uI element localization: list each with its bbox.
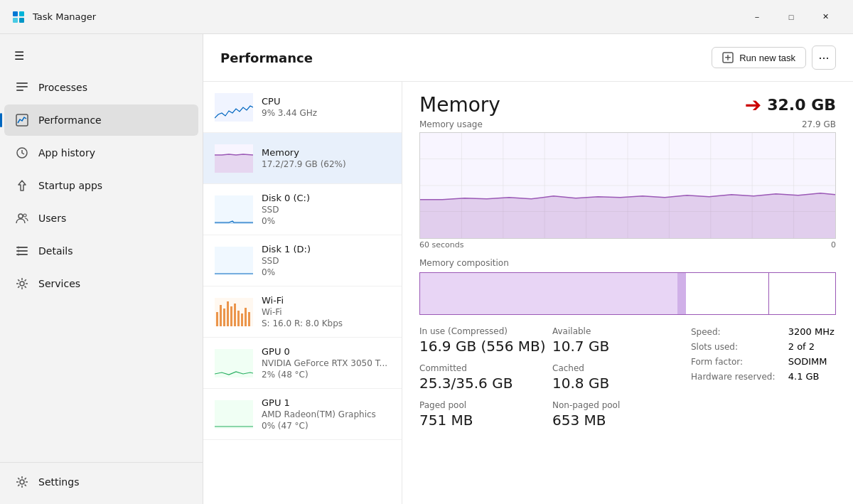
- app-title: Task Manager: [33, 11, 741, 22]
- sidebar-label-details: Details: [38, 245, 73, 257]
- memory-info: Memory 17.2/27.9 GB (62%): [262, 147, 390, 169]
- svg-rect-29: [216, 312, 218, 326]
- resource-item-cpu[interactable]: CPU 9% 3.44 GHz: [203, 82, 402, 133]
- right-specs: Speed: 3200 MHz Slots used: 2 of 2 Form …: [680, 326, 836, 437]
- wifi-info: Wi-Fi Wi-Fi S: 16.0 R: 8.0 Kbps: [262, 295, 390, 328]
- non-paged-pool-value: 653 MB: [552, 412, 680, 429]
- cpu-sub: 9% 3.44 GHz: [262, 108, 390, 118]
- sidebar-item-performance[interactable]: Performance: [4, 104, 198, 136]
- cpu-mini-chart: [215, 93, 253, 122]
- performance-icon: [16, 114, 28, 127]
- svg-rect-4: [16, 82, 28, 84]
- minimize-button[interactable]: −: [741, 6, 773, 28]
- gpu0-sub2: 2% (48 °C): [262, 370, 390, 380]
- paged-pool-label: Paged pool: [419, 400, 547, 410]
- run-new-task-button[interactable]: Run new task: [712, 47, 806, 68]
- disk1-sub2: 0%: [262, 267, 390, 277]
- cached-label: Cached: [552, 363, 680, 373]
- stat-available: Available 10.7 GB: [552, 326, 680, 355]
- run-task-icon: [722, 52, 734, 63]
- svg-rect-33: [230, 306, 232, 326]
- titlebar: Task Manager − □ ✕: [0, 0, 853, 34]
- sidebar-item-services[interactable]: Services: [4, 268, 198, 299]
- wifi-sub2: S: 16.0 R: 8.0 Kbps: [262, 318, 390, 328]
- left-stats: In use (Compressed) 16.9 GB (556 MB) Ava…: [419, 326, 680, 437]
- slots-label: Slots used:: [691, 342, 777, 352]
- svg-point-14: [18, 247, 20, 249]
- resource-item-gpu1[interactable]: GPU 1 AMD Radeon(TM) Graphics 0% (47 °C): [203, 389, 402, 440]
- sidebar-bottom: Settings: [0, 462, 203, 498]
- available-value: 10.7 GB: [552, 338, 680, 355]
- chart-time-right: 0: [831, 240, 836, 250]
- gpu1-sub2: 0% (47 °C): [262, 421, 390, 431]
- svg-rect-37: [245, 308, 247, 326]
- sidebar-label-performance: Performance: [38, 114, 102, 126]
- svg-rect-0: [13, 11, 18, 16]
- maximize-button[interactable]: □: [775, 6, 808, 28]
- svg-rect-31: [223, 309, 225, 326]
- resource-item-gpu0[interactable]: GPU 0 NVIDIA GeForce RTX 3050 T... 2% (4…: [203, 338, 402, 389]
- stat-committed: Committed 25.3/35.6 GB: [419, 363, 547, 392]
- memory-usage-value: 27.9 GB: [802, 119, 836, 129]
- disk1-info: Disk 1 (D:) SSD 0%: [262, 244, 390, 277]
- comp-free: [769, 273, 835, 314]
- sidebar-item-details[interactable]: Details: [4, 235, 198, 267]
- processes-icon: [16, 81, 28, 94]
- detail-title: Memory: [419, 93, 500, 117]
- svg-point-18: [20, 480, 24, 484]
- svg-rect-2: [13, 18, 18, 23]
- content-header: Performance Run new task ···: [203, 34, 853, 82]
- gpu0-info: GPU 0 NVIDIA GeForce RTX 3050 T... 2% (4…: [262, 346, 390, 380]
- svg-point-17: [20, 282, 24, 286]
- resource-item-disk0[interactable]: Disk 0 (C:) SSD 0%: [203, 184, 402, 235]
- disk0-sub2: 0%: [262, 216, 390, 226]
- svg-point-10: [23, 214, 26, 217]
- hardware-reserved-value: 4.1 GB: [788, 371, 836, 382]
- content-area: Performance Run new task ···: [203, 34, 853, 504]
- svg-point-16: [18, 254, 20, 256]
- svg-rect-5: [16, 86, 28, 87]
- cached-value: 10.8 GB: [552, 375, 680, 392]
- app-icon: [11, 10, 26, 24]
- sidebar-label-app-history: App history: [38, 147, 95, 159]
- memory-sub: 17.2/27.9 GB (62%): [262, 159, 390, 169]
- disk1-mini-chart: [215, 247, 253, 275]
- memory-mini-chart: [215, 144, 253, 173]
- resource-item-wifi[interactable]: Wi-Fi Wi-Fi S: 16.0 R: 8.0 Kbps: [203, 286, 402, 338]
- detail-total-value: 32.0 GB: [767, 96, 836, 114]
- run-new-task-label: Run new task: [739, 53, 795, 63]
- resource-item-memory[interactable]: Memory 17.2/27.9 GB (62%): [203, 133, 402, 184]
- cpu-name: CPU: [262, 96, 390, 107]
- wifi-sub1: Wi-Fi: [262, 307, 390, 317]
- disk0-sub1: SSD: [262, 205, 390, 215]
- more-options-button[interactable]: ···: [812, 45, 836, 70]
- composition-label: Memory composition: [419, 258, 836, 268]
- sidebar-item-users[interactable]: Users: [4, 203, 198, 234]
- gpu1-name: GPU 1: [262, 397, 390, 408]
- in-use-value: 16.9 GB (556 MB): [419, 338, 547, 355]
- sidebar: ☰ Processes Performance: [0, 34, 203, 504]
- hamburger-button[interactable]: ☰: [0, 40, 203, 71]
- chart-top-row: Memory usage 27.9 GB: [419, 119, 836, 132]
- sidebar-item-processes[interactable]: Processes: [4, 72, 198, 103]
- memory-usage-chart: [419, 132, 836, 239]
- hardware-reserved-label: Hardware reserved:: [691, 372, 777, 382]
- detail-header: Memory ➔ 32.0 GB: [419, 93, 836, 117]
- available-label: Available: [552, 326, 680, 336]
- sidebar-label-settings: Settings: [38, 476, 79, 488]
- resource-item-disk1[interactable]: Disk 1 (D:) SSD 0%: [203, 235, 402, 286]
- svg-rect-25: [215, 195, 253, 224]
- sidebar-item-startup-apps[interactable]: Startup apps: [4, 170, 198, 201]
- paged-pool-value: 751 MB: [419, 412, 547, 429]
- hamburger-icon: ☰: [14, 49, 24, 63]
- sidebar-item-settings[interactable]: Settings: [4, 466, 198, 498]
- memory-name: Memory: [262, 147, 390, 158]
- close-button[interactable]: ✕: [809, 6, 842, 28]
- disk0-info: Disk 0 (C:) SSD 0%: [262, 193, 390, 226]
- history-icon: [16, 146, 28, 159]
- content-title: Performance: [220, 50, 712, 65]
- wifi-mini-chart: [215, 298, 253, 326]
- svg-rect-3: [19, 18, 24, 23]
- svg-rect-27: [215, 247, 253, 275]
- sidebar-item-app-history[interactable]: App history: [4, 137, 198, 168]
